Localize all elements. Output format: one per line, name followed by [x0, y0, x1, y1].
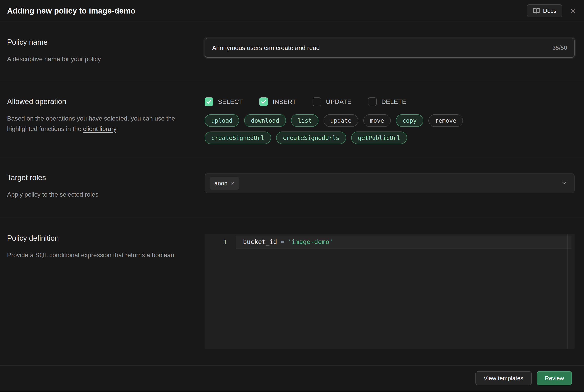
docs-button[interactable]: Docs: [527, 4, 562, 17]
allowed-operation-right: SELECT INSERT UPDATE DELETE upload downl…: [205, 98, 575, 157]
allowed-operation-description: Based on the operations you have selecte…: [7, 113, 193, 134]
code-line-1: 1 bucket_id = 'image-demo': [205, 236, 575, 248]
docs-button-label: Docs: [543, 8, 556, 14]
checkbox-insert[interactable]: INSERT: [259, 98, 296, 106]
roles-select[interactable]: anon ×: [205, 174, 575, 193]
pill-update: update: [324, 114, 358, 127]
policy-name-right: 35/50: [205, 38, 575, 81]
check-icon: [261, 99, 267, 105]
review-button[interactable]: Review: [537, 371, 572, 385]
code-token-ident: bucket_id: [243, 238, 277, 246]
sql-code-editor[interactable]: 1 bucket_id = 'image-demo': [205, 234, 575, 349]
code-content: bucket_id = 'image-demo': [236, 236, 572, 248]
target-roles-section: Target roles Apply policy to the selecte…: [0, 158, 584, 218]
policy-name-left: Policy name A descriptive name for your …: [7, 38, 205, 81]
pill-move: move: [363, 114, 391, 127]
policy-definition-section: Policy definition Provide a SQL conditio…: [0, 218, 584, 365]
add-policy-dialog: Adding new policy to image-demo Docs × P…: [0, 0, 584, 391]
policy-name-input-wrap: 35/50: [205, 38, 575, 58]
policy-name-description: A descriptive name for your policy: [7, 54, 193, 64]
code-token-string: 'image-demo': [288, 238, 333, 246]
checkbox-label: DELETE: [381, 98, 406, 106]
allowed-operation-title: Allowed operation: [7, 98, 193, 106]
policy-name-input[interactable]: [212, 44, 553, 52]
checkbox-label: UPDATE: [326, 98, 351, 106]
book-icon: [533, 7, 540, 14]
target-roles-title: Target roles: [7, 174, 193, 182]
operation-checkbox-row: SELECT INSERT UPDATE DELETE: [205, 98, 575, 106]
target-roles-right: anon ×: [205, 174, 575, 218]
pill-copy: copy: [396, 114, 423, 127]
editor-scrollbar[interactable]: [567, 234, 568, 349]
char-counter: 35/50: [553, 44, 567, 51]
checkbox-box: [368, 98, 377, 106]
dialog-header: Adding new policy to image-demo Docs ×: [0, 0, 584, 22]
policy-definition-title: Policy definition: [7, 234, 193, 242]
policy-definition-description: Provide a SQL conditional expression tha…: [7, 250, 193, 260]
pill-getpublicurl: getPublicUrl: [351, 132, 407, 144]
pill-upload: upload: [205, 114, 239, 127]
checkbox-label: SELECT: [218, 98, 243, 106]
target-roles-description: Apply policy to the selected roles: [7, 189, 193, 200]
pill-remove: remove: [428, 114, 463, 127]
checkbox-box: [313, 98, 321, 106]
policy-name-section: Policy name A descriptive name for your …: [0, 22, 584, 81]
role-chip-anon: anon ×: [210, 177, 239, 190]
line-number: 1: [205, 238, 236, 246]
pill-list: list: [291, 114, 318, 127]
dialog-footer: View templates Review: [0, 365, 584, 391]
policy-name-title: Policy name: [7, 38, 193, 46]
policy-definition-right: 1 bucket_id = 'image-demo': [205, 234, 575, 365]
close-icon[interactable]: ×: [570, 6, 575, 15]
code-token-operator: =: [280, 238, 284, 246]
function-pill-row-1: upload download list update move copy re…: [205, 114, 575, 127]
allowed-operation-left: Allowed operation Based on the operation…: [7, 98, 205, 157]
check-icon: [206, 99, 212, 105]
checkbox-delete[interactable]: DELETE: [368, 98, 406, 106]
pill-createsignedurls: createSignedUrls: [276, 132, 346, 144]
checkbox-box: [205, 98, 213, 106]
checkbox-update[interactable]: UPDATE: [313, 98, 351, 106]
target-roles-left: Target roles Apply policy to the selecte…: [7, 174, 205, 218]
description-suffix: .: [116, 125, 118, 132]
pill-download: download: [244, 114, 286, 127]
checkbox-label: INSERT: [273, 98, 296, 106]
view-templates-button[interactable]: View templates: [476, 371, 532, 385]
function-pill-row-2: createSignedUrl createSignedUrls getPubl…: [205, 132, 575, 144]
header-actions: Docs ×: [527, 4, 575, 17]
role-chip-label: anon: [214, 180, 227, 186]
chevron-down-icon: [561, 180, 568, 187]
client-library-link[interactable]: client library: [83, 125, 116, 132]
remove-role-icon[interactable]: ×: [231, 180, 235, 186]
checkbox-box: [259, 98, 268, 106]
allowed-operation-section: Allowed operation Based on the operation…: [0, 81, 584, 158]
pill-createsignedurl: createSignedUrl: [205, 132, 271, 144]
dialog-title: Adding new policy to image-demo: [7, 6, 135, 15]
checkbox-select[interactable]: SELECT: [205, 98, 243, 106]
policy-definition-left: Policy definition Provide a SQL conditio…: [7, 234, 205, 365]
